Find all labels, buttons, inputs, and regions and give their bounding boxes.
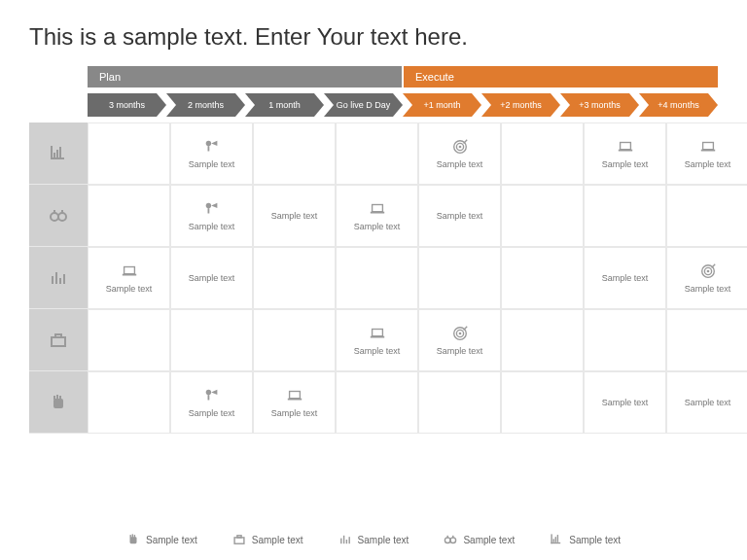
matrix-grid: Sample textSample textSample textSample … bbox=[29, 122, 718, 434]
laptop-icon bbox=[369, 200, 386, 218]
binoculars-icon bbox=[444, 533, 457, 546]
row-header bbox=[29, 185, 88, 247]
page-title: This is a sample text. Enter Your text h… bbox=[0, 0, 747, 66]
target-icon bbox=[699, 262, 717, 280]
cell-label: Sample text bbox=[602, 273, 649, 283]
fist-icon bbox=[49, 393, 68, 412]
timeline-step-label: +1 month bbox=[424, 100, 461, 110]
cell-label: Sample text bbox=[602, 398, 649, 407]
matrix-cell bbox=[584, 309, 666, 371]
timeline-step-label: +3 months bbox=[579, 100, 620, 110]
legend-label: Sample text bbox=[252, 535, 303, 545]
legend-item: Sample text bbox=[232, 533, 303, 546]
matrix-cell bbox=[584, 185, 666, 247]
matrix-cell: Sample text bbox=[584, 122, 666, 185]
matrix-cell bbox=[418, 371, 501, 434]
laptop-icon bbox=[617, 138, 634, 156]
legend-label: Sample text bbox=[358, 535, 409, 545]
binoculars-icon bbox=[49, 206, 68, 226]
bars-icon bbox=[338, 533, 352, 546]
cell-label: Sample text bbox=[189, 408, 235, 418]
cell-label: Sample text bbox=[271, 408, 318, 418]
phase-bar: Plan Execute bbox=[88, 66, 718, 88]
briefcase-icon bbox=[232, 533, 246, 546]
matrix-cell bbox=[501, 122, 584, 185]
matrix-cell: Sample text bbox=[336, 185, 418, 247]
legend-label: Sample text bbox=[463, 535, 515, 545]
matrix-cell: Sample text bbox=[170, 247, 253, 309]
cell-label: Sample text bbox=[189, 222, 235, 231]
timeline-step-label: +4 months bbox=[658, 100, 698, 110]
matrix-cell: Sample text bbox=[584, 371, 666, 434]
laptop-icon bbox=[286, 387, 303, 404]
row-header bbox=[29, 122, 88, 185]
row-header bbox=[29, 371, 88, 434]
matrix-cell: Sample text bbox=[170, 371, 253, 434]
matrix-cell bbox=[501, 371, 584, 434]
legend-label: Sample text bbox=[569, 535, 621, 545]
matrix-cell bbox=[88, 122, 170, 185]
matrix-cell: Sample text bbox=[666, 122, 747, 185]
matrix-cell: Sample text bbox=[170, 185, 253, 247]
cell-label: Sample text bbox=[685, 159, 731, 169]
matrix-cell: Sample text bbox=[666, 247, 747, 309]
matrix-cell: Sample text bbox=[418, 122, 501, 185]
laptop-icon bbox=[369, 325, 386, 342]
briefcase-icon bbox=[49, 331, 68, 350]
cell-label: Sample text bbox=[602, 159, 649, 169]
cell-label: Sample text bbox=[685, 284, 731, 294]
matrix-cell: Sample text bbox=[336, 309, 418, 371]
timeline-row: 3 months2 months1 monthGo live D Day+1 m… bbox=[88, 93, 718, 117]
chart-icon bbox=[49, 144, 68, 163]
matrix-cell bbox=[170, 309, 253, 371]
timeline-step: +4 months bbox=[639, 93, 718, 117]
megaphone-icon bbox=[203, 138, 221, 156]
phase-plan: Plan bbox=[88, 66, 402, 88]
matrix-cell bbox=[666, 309, 747, 371]
cell-label: Sample text bbox=[106, 284, 153, 294]
legend: Sample textSample textSample textSample … bbox=[0, 533, 747, 546]
diagram: Plan Execute 3 months2 months1 monthGo l… bbox=[0, 66, 747, 434]
matrix-cell: Sample text bbox=[170, 122, 253, 185]
matrix-cell bbox=[501, 247, 584, 309]
matrix-cell bbox=[253, 122, 336, 185]
timeline-step-label: 1 month bbox=[268, 100, 301, 110]
timeline-step: +2 months bbox=[481, 93, 560, 117]
megaphone-icon bbox=[203, 200, 221, 218]
cell-label: Sample text bbox=[354, 346, 401, 356]
target-icon bbox=[451, 325, 469, 342]
matrix-cell bbox=[501, 309, 584, 371]
timeline-step-label: 2 months bbox=[188, 100, 224, 110]
megaphone-icon bbox=[203, 387, 221, 404]
timeline-step-label: +2 months bbox=[500, 100, 541, 110]
cell-label: Sample text bbox=[354, 222, 401, 231]
matrix-cell bbox=[501, 185, 584, 247]
matrix-cell bbox=[88, 309, 170, 371]
matrix-cell: Sample text bbox=[666, 371, 747, 434]
matrix-cell bbox=[253, 309, 336, 371]
timeline-step-label: 3 months bbox=[109, 100, 145, 110]
matrix-cell: Sample text bbox=[253, 185, 336, 247]
matrix-cell: Sample text bbox=[88, 247, 170, 309]
matrix-cell bbox=[336, 371, 418, 434]
timeline-step: +3 months bbox=[560, 93, 639, 117]
bars-icon bbox=[49, 268, 68, 288]
cell-label: Sample text bbox=[685, 398, 731, 407]
matrix-cell: Sample text bbox=[253, 371, 336, 434]
matrix-cell bbox=[418, 247, 501, 309]
matrix-cell bbox=[253, 247, 336, 309]
legend-item: Sample text bbox=[126, 533, 197, 546]
matrix-cell bbox=[336, 122, 418, 185]
legend-item: Sample text bbox=[550, 533, 621, 546]
phase-execute: Execute bbox=[404, 66, 718, 88]
matrix-cell: Sample text bbox=[584, 247, 666, 309]
row-header bbox=[29, 247, 88, 309]
cell-label: Sample text bbox=[271, 211, 318, 221]
fist-icon bbox=[126, 533, 140, 546]
legend-item: Sample text bbox=[338, 533, 409, 546]
timeline-step: +1 month bbox=[403, 93, 481, 117]
matrix-cell bbox=[666, 185, 747, 247]
cell-label: Sample text bbox=[437, 211, 483, 221]
row-header bbox=[29, 309, 88, 371]
target-icon bbox=[451, 138, 469, 156]
